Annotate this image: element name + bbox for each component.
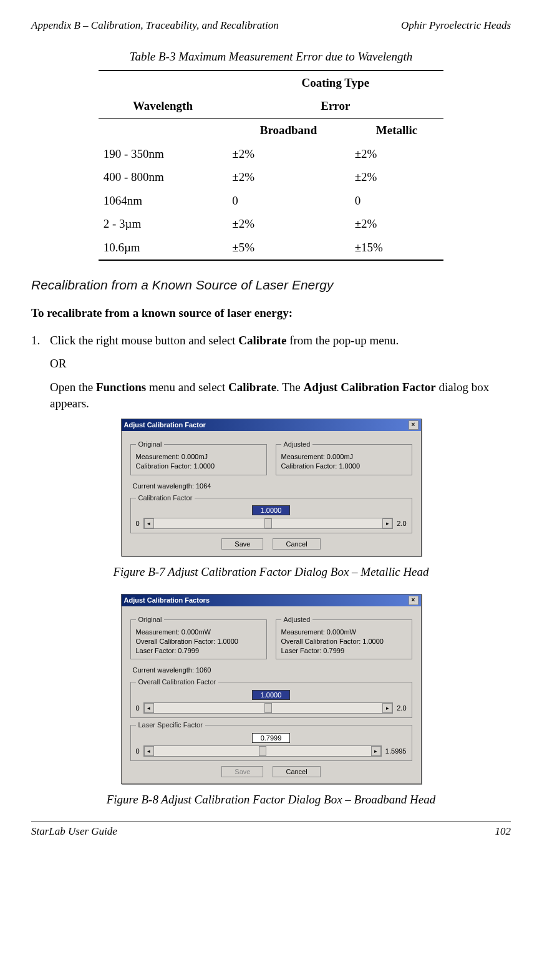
cancel-button[interactable]: Cancel bbox=[273, 766, 320, 777]
cell: ±2% bbox=[350, 142, 444, 166]
current-wavelength: Current wavelength: 1060 bbox=[133, 666, 412, 675]
page-header: Appendix B – Calibration, Traceability, … bbox=[31, 19, 511, 33]
calibration-factor-group: Calibration Factor 0 ◂ ▸ 2.0 bbox=[130, 493, 412, 534]
cell: 2 - 3µm bbox=[99, 212, 228, 236]
overall-factor-slider[interactable]: ◂ ▸ bbox=[143, 702, 394, 714]
original-cal-factor: Calibration Factor: 1.0000 bbox=[136, 462, 261, 471]
wavelength-header: Wavelength bbox=[99, 94, 228, 118]
arrow-right-icon[interactable]: ▸ bbox=[371, 746, 381, 756]
dialog-title-text: Adjust Calibration Factor bbox=[124, 420, 206, 430]
laser-factor-legend: Laser Specific Factor bbox=[136, 720, 205, 730]
cancel-button[interactable]: Cancel bbox=[273, 538, 320, 550]
adjusted-group: Adjusted Measurement: 0.000mJ Calibratio… bbox=[276, 440, 412, 475]
original-measurement: Measurement: 0.000mW bbox=[136, 628, 261, 637]
dialog-title-bar: Adjust Calibration Factors × bbox=[122, 594, 421, 606]
cell: ±2% bbox=[350, 165, 444, 189]
table-row: 400 - 800nm ±2% ±2% bbox=[99, 165, 444, 189]
cell: ±5% bbox=[227, 236, 349, 260]
table-caption: Table B-3 Maximum Measurement Error due … bbox=[31, 49, 511, 65]
laser-factor-input[interactable] bbox=[252, 733, 290, 743]
section-intro: To recalibrate from a known source of la… bbox=[31, 305, 511, 321]
section-subtitle: Recalibration from a Known Source of Las… bbox=[31, 276, 511, 294]
coating-type-header: Coating Type bbox=[227, 70, 443, 95]
cell: ±2% bbox=[350, 212, 444, 236]
footer-left: StarLab User Guide bbox=[31, 825, 117, 839]
text: . The bbox=[276, 381, 303, 394]
original-laser-factor: Laser Factor: 0.7999 bbox=[136, 646, 261, 656]
step-body: Click the right mouse button and select … bbox=[50, 332, 511, 349]
page-footer: StarLab User Guide 102 bbox=[31, 822, 511, 839]
calibration-factor-input[interactable] bbox=[252, 505, 290, 515]
slider-max: 1.5995 bbox=[385, 747, 407, 756]
slider-thumb[interactable] bbox=[264, 518, 272, 528]
text: menu and select bbox=[146, 381, 228, 394]
calibration-factor-slider[interactable]: ◂ ▸ bbox=[143, 518, 394, 529]
save-button[interactable]: Save bbox=[221, 766, 263, 777]
adjusted-legend: Adjusted bbox=[281, 615, 313, 624]
arrow-right-icon[interactable]: ▸ bbox=[382, 518, 392, 528]
arrow-left-icon[interactable]: ◂ bbox=[144, 518, 154, 528]
bold-text: Calibrate bbox=[228, 381, 276, 394]
error-header: Error bbox=[227, 94, 443, 118]
slider-min: 0 bbox=[136, 519, 140, 528]
original-overall-factor: Overall Calibration Factor: 1.0000 bbox=[136, 637, 261, 646]
cell: 10.6µm bbox=[99, 236, 228, 260]
bold-text: Adjust Calibration Factor bbox=[304, 381, 436, 394]
slider-min: 0 bbox=[136, 747, 140, 756]
cell: 0 bbox=[350, 189, 444, 213]
cell: 0 bbox=[227, 189, 349, 213]
adjust-calibration-dialog-1: Adjust Calibration Factor × Original Mea… bbox=[121, 419, 422, 556]
adjusted-laser-factor: Laser Factor: 0.7999 bbox=[281, 646, 407, 656]
overall-factor-input[interactable] bbox=[252, 690, 290, 700]
save-button[interactable]: Save bbox=[221, 538, 263, 550]
text: Click the right mouse button and select bbox=[50, 334, 238, 347]
text: from the pop-up menu. bbox=[286, 334, 399, 347]
overall-factor-legend: Overall Calibration Factor bbox=[136, 677, 219, 687]
or-text: OR bbox=[50, 356, 511, 372]
error-table: Coating Type Wavelength Error Broadband … bbox=[99, 70, 444, 261]
overall-factor-group: Overall Calibration Factor 0 ◂ ▸ 2.0 bbox=[130, 677, 412, 718]
dialog-title-bar: Adjust Calibration Factor × bbox=[122, 419, 421, 431]
slider-max: 2.0 bbox=[397, 519, 406, 528]
paragraph: Open the Functions menu and select Calib… bbox=[50, 379, 511, 411]
footer-right: 102 bbox=[495, 825, 511, 839]
cell: ±2% bbox=[227, 212, 349, 236]
current-wavelength: Current wavelength: 1064 bbox=[133, 482, 412, 491]
figure-b8-caption: Figure B-8 Adjust Calibration Factor Dia… bbox=[31, 792, 511, 808]
bold-text: Calibrate bbox=[238, 334, 286, 347]
arrow-left-icon[interactable]: ◂ bbox=[144, 746, 154, 756]
slider-max: 2.0 bbox=[397, 704, 406, 713]
laser-factor-slider[interactable]: ◂ ▸ bbox=[143, 745, 382, 757]
adjusted-overall-factor: Overall Calibration Factor: 1.0000 bbox=[281, 637, 407, 646]
col-metallic: Metallic bbox=[350, 118, 444, 142]
arrow-right-icon[interactable]: ▸ bbox=[382, 703, 392, 713]
header-right: Ophir Pyroelectric Heads bbox=[401, 19, 511, 33]
original-measurement: Measurement: 0.000mJ bbox=[136, 452, 261, 462]
close-icon[interactable]: × bbox=[409, 420, 419, 430]
table-row: 1064nm 0 0 bbox=[99, 189, 444, 213]
step-number: 1. bbox=[31, 332, 44, 349]
bold-text: Functions bbox=[96, 381, 146, 394]
adjusted-measurement: Measurement: 0.000mJ bbox=[281, 452, 407, 462]
table-row: 190 - 350nm ±2% ±2% bbox=[99, 142, 444, 166]
arrow-left-icon[interactable]: ◂ bbox=[144, 703, 154, 713]
adjusted-cal-factor: Calibration Factor: 1.0000 bbox=[281, 462, 407, 471]
table-row: 2 - 3µm ±2% ±2% bbox=[99, 212, 444, 236]
figure-b7-caption: Figure B-7 Adjust Calibration Factor Dia… bbox=[31, 564, 511, 580]
adjust-calibration-dialog-2: Adjust Calibration Factors × Original Me… bbox=[121, 594, 422, 784]
adjusted-group: Adjusted Measurement: 0.000mW Overall Ca… bbox=[276, 615, 412, 659]
cell: 1064nm bbox=[99, 189, 228, 213]
adjusted-measurement: Measurement: 0.000mW bbox=[281, 628, 407, 637]
cell: 400 - 800nm bbox=[99, 165, 228, 189]
slider-thumb[interactable] bbox=[259, 746, 266, 756]
header-left: Appendix B – Calibration, Traceability, … bbox=[31, 19, 279, 33]
original-group: Original Measurement: 0.000mJ Calibratio… bbox=[130, 440, 267, 475]
calibration-factor-legend: Calibration Factor bbox=[136, 493, 195, 503]
slider-min: 0 bbox=[136, 704, 140, 713]
dialog-title-text: Adjust Calibration Factors bbox=[124, 596, 210, 605]
cell: ±2% bbox=[227, 165, 349, 189]
col-broadband: Broadband bbox=[227, 118, 349, 142]
close-icon[interactable]: × bbox=[409, 596, 419, 605]
slider-thumb[interactable] bbox=[264, 703, 272, 713]
cell: 190 - 350nm bbox=[99, 142, 228, 166]
